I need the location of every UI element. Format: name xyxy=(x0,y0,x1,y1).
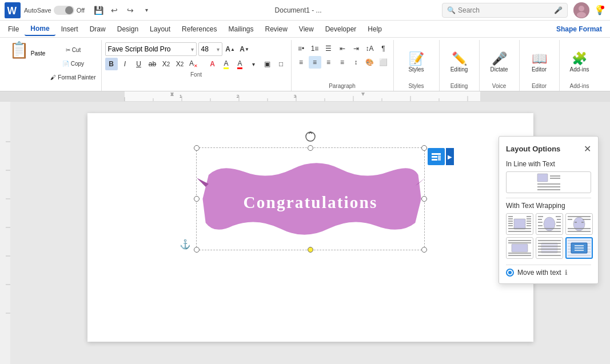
ribbon-paragraph-group: ≡• 1≡ ☰ ⇤ ⇥ ↕A ¶ ≡ ≡ ≡ ≡ ↕ 🎨 ⬜ Paragraph xyxy=(292,40,394,91)
top-bottom-wrap-option[interactable] xyxy=(506,237,533,259)
clear-format-button[interactable]: A✕ xyxy=(188,58,200,70)
decrease-indent-button[interactable]: ⇤ xyxy=(336,42,349,55)
char-shading-button[interactable]: ▣ xyxy=(261,58,274,70)
menu-help[interactable]: Help xyxy=(362,23,388,35)
move-with-text-option[interactable]: Move with text ℹ xyxy=(506,269,591,277)
menu-mailings[interactable]: Mailings xyxy=(222,23,259,35)
border-icon: □ xyxy=(279,60,283,68)
tight-wrap-icon xyxy=(537,214,562,234)
decrease-font-button[interactable]: A▼ xyxy=(238,43,251,55)
cut-button[interactable]: ✂ Cut xyxy=(49,43,97,56)
search-box[interactable]: 🔍 🎤 xyxy=(442,3,568,18)
dictate-label: Dictate xyxy=(490,66,508,73)
autosave-label: AutoSave xyxy=(24,7,51,14)
align-right-button[interactable]: ≡ xyxy=(322,56,335,69)
tight-wrap-option[interactable] xyxy=(536,213,563,235)
text-effects-button[interactable]: A xyxy=(206,58,219,70)
dictate-button[interactable]: 🎤 Dictate xyxy=(487,42,512,81)
undo-button[interactable]: ↩ xyxy=(106,2,122,18)
font-name-selector[interactable]: Fave Script Bold Pro ▾ xyxy=(105,42,197,56)
menu-design[interactable]: Design xyxy=(111,23,144,35)
behind-text-wrap-option[interactable] xyxy=(536,237,563,259)
customize-qat-button[interactable]: ▾ xyxy=(138,2,154,18)
styles-button[interactable]: 📝 Styles xyxy=(404,42,429,81)
font-size-selector[interactable]: 48 ▾ xyxy=(198,42,222,56)
copy-label: Copy xyxy=(71,61,84,67)
italic-button[interactable]: I xyxy=(119,58,131,70)
format-painter-button[interactable]: 🖌 Format Painter xyxy=(49,71,97,83)
through-wrap-option[interactable] xyxy=(565,213,593,235)
layout-close-button[interactable]: ✕ xyxy=(584,143,591,154)
through-wrap-icon xyxy=(567,214,592,234)
menu-insert[interactable]: Insert xyxy=(55,23,84,35)
ribbon-clipboard-group: 📋 Paste ✂ Cut 📄 Copy 🖌 Format Painter Cl… xyxy=(2,40,102,91)
show-marks-button[interactable]: ¶ xyxy=(377,42,390,55)
menu-view[interactable]: View xyxy=(293,23,320,35)
char-border-button[interactable]: □ xyxy=(275,58,288,70)
editor-button[interactable]: 📖 Editor xyxy=(527,42,552,81)
redo-button[interactable]: ↪ xyxy=(122,2,138,18)
congratulations-banner[interactable]: Congratulations xyxy=(197,148,424,250)
rotate-handle[interactable] xyxy=(305,131,316,145)
menu-layout[interactable]: Layout xyxy=(144,23,176,35)
paste-button[interactable]: 📋 Paste xyxy=(6,40,49,91)
menu-shape-format[interactable]: Shape Format xyxy=(551,23,608,35)
inline-layout-icon xyxy=(536,173,561,192)
menu-developer[interactable]: Developer xyxy=(320,23,362,35)
undo-icon: ↩ xyxy=(111,6,118,15)
increase-indent-button[interactable]: ⇥ xyxy=(350,42,362,55)
editing-button[interactable]: ✏️ Editing xyxy=(446,42,472,81)
left-margin-ruler xyxy=(0,102,10,364)
search-input[interactable] xyxy=(458,6,552,14)
bullets-button[interactable]: ≡• xyxy=(295,42,308,55)
menu-file[interactable]: File xyxy=(2,23,25,35)
avatar[interactable] xyxy=(573,2,589,18)
ruler-content: 1 2 3 xyxy=(0,91,610,101)
align-left-button[interactable]: ≡ xyxy=(295,56,308,69)
mic-icon: 🎤 xyxy=(554,6,563,14)
ribbon-addins-group: 🧩 Add-ins Add-ins xyxy=(560,40,600,91)
superscript-button[interactable]: X2 xyxy=(174,58,186,70)
editor-label: Editor xyxy=(532,66,547,73)
sort-button[interactable]: ↕A xyxy=(364,42,376,55)
in-front-text-wrap-option[interactable] xyxy=(565,237,593,259)
align-center-button[interactable]: ≡ xyxy=(309,56,321,69)
svg-rect-38 xyxy=(432,156,437,158)
layout-chevron-button[interactable]: ▶ xyxy=(446,148,454,165)
line-spacing-button[interactable]: ↕ xyxy=(350,56,362,69)
layout-options-button[interactable] xyxy=(428,148,445,165)
word-logo: W xyxy=(5,2,21,18)
copy-button[interactable]: 📄 Copy xyxy=(49,57,97,70)
font-color-dropdown[interactable]: ▾ xyxy=(248,58,260,70)
move-with-text-radio[interactable] xyxy=(506,269,514,277)
subscript-button[interactable]: X2 xyxy=(160,58,173,70)
notification-button[interactable]: 💡 xyxy=(594,5,605,15)
autosave-toggle[interactable] xyxy=(54,6,74,15)
menu-review[interactable]: Review xyxy=(260,23,293,35)
menu-draw[interactable]: Draw xyxy=(84,23,111,35)
save-button[interactable]: 💾 xyxy=(90,2,106,18)
autosave-section: AutoSave Off xyxy=(24,6,85,15)
svg-rect-79 xyxy=(512,244,528,252)
font-color-button[interactable]: A xyxy=(234,58,246,70)
addins-button[interactable]: 🧩 Add-ins xyxy=(567,42,592,81)
justify-button[interactable]: ≡ xyxy=(336,56,349,69)
inline-layout-option[interactable] xyxy=(506,171,591,193)
svg-rect-6 xyxy=(0,91,125,102)
highlight-color-button[interactable]: A xyxy=(220,58,233,70)
highlight-icon: A xyxy=(224,59,228,69)
increase-font-button[interactable]: A▲ xyxy=(224,43,237,55)
shape-container[interactable]: ⚓ xyxy=(196,147,425,250)
cut-label: Cut xyxy=(72,47,81,53)
multilevel-list-button[interactable]: ☰ xyxy=(322,42,335,55)
menu-references[interactable]: References xyxy=(176,23,222,35)
numbering-button[interactable]: 1≡ xyxy=(309,42,321,55)
strikethrough-button[interactable]: ab xyxy=(146,58,159,70)
editor-group-label: Editor xyxy=(523,82,556,91)
underline-button[interactable]: U xyxy=(133,58,145,70)
borders-button[interactable]: ⬜ xyxy=(377,56,390,69)
menu-home[interactable]: Home xyxy=(25,22,55,36)
shading-para-button[interactable]: 🎨 xyxy=(364,56,376,69)
bold-button[interactable]: B xyxy=(105,58,118,70)
square-wrap-option[interactable] xyxy=(506,213,533,235)
